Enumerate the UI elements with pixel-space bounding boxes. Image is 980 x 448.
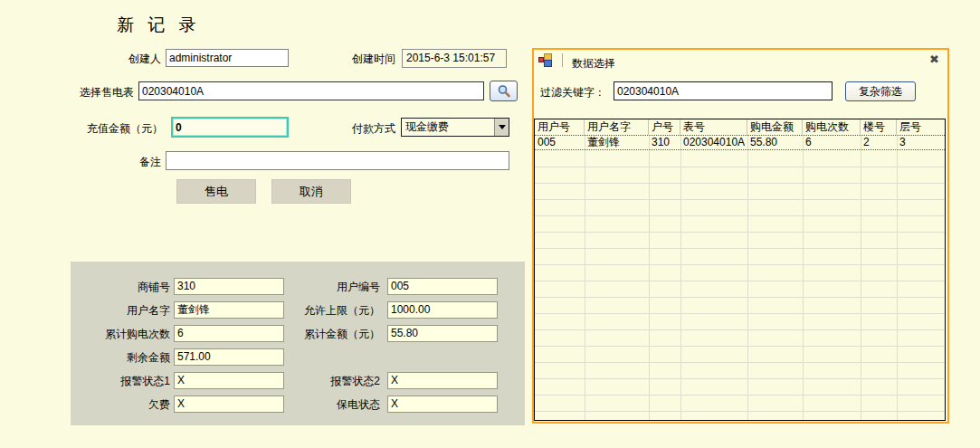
grid-empty-rows	[535, 151, 945, 420]
meter-input[interactable]	[138, 81, 484, 100]
creator-input[interactable]	[166, 49, 289, 67]
payment-select[interactable]: 现金缴费	[401, 118, 509, 137]
cell-purchase-amount: 55.80	[747, 136, 803, 149]
grid-column-line	[861, 135, 861, 420]
power-guarantee-label: 保电状态	[261, 398, 380, 411]
col-header-user-no[interactable]: 用户号	[535, 119, 585, 135]
sell-button[interactable]: 售电	[176, 179, 256, 204]
meter-label: 选择售电表	[54, 86, 134, 99]
chevron-down-icon	[499, 125, 506, 129]
alarm-status2-label: 报警状态2	[261, 375, 380, 387]
purchase-count-label: 累计购电次数	[71, 328, 170, 340]
remaining-amount-value: 571.00	[174, 348, 284, 366]
grid-header-row: 用户号 用户名字 户号 表号 购电金额 购电次数 楼号 层号	[535, 119, 945, 135]
cell-user-name: 董剑锋	[585, 136, 649, 149]
cancel-button[interactable]: 取消	[271, 179, 351, 204]
page-title: 新 记 录	[117, 14, 201, 37]
remaining-amount-label: 剩余金额	[71, 351, 170, 364]
payment-selected-value: 现金缴费	[402, 119, 494, 136]
grid-column-line	[803, 135, 804, 420]
amount-input[interactable]	[171, 117, 289, 138]
total-amount-value: 55.80	[387, 325, 498, 342]
alarm-status2-value: X	[387, 372, 498, 389]
grid-column-line	[680, 135, 681, 420]
col-header-purchase-count[interactable]: 购电次数	[803, 119, 861, 135]
grid-column-line	[585, 135, 585, 420]
grid-column-line	[897, 135, 898, 420]
complex-filter-button[interactable]: 复杂筛选	[845, 81, 916, 101]
cell-building-no: 2	[861, 136, 897, 149]
data-select-dialog: 数据选择 ✖ 过滤关键字： 复杂筛选 用户号 用户名字 户号 表号 购电金额 购…	[532, 48, 949, 424]
created-time-label: 创建时间	[321, 52, 395, 65]
col-header-account-no[interactable]: 户号	[649, 119, 680, 135]
meter-data-grid: 用户号 用户名字 户号 表号 购电金额 购电次数 楼号 层号 005 董剑锋 3…	[534, 119, 946, 421]
total-amount-label: 累计金额（元）	[261, 328, 380, 340]
form-icon	[538, 53, 553, 67]
creator-label: 创建人	[86, 52, 161, 65]
col-header-floor-no[interactable]: 层号	[897, 119, 945, 135]
created-time-value: 2015-6-3 15:01:57	[402, 49, 507, 68]
cell-account-no: 310	[649, 136, 680, 149]
cell-user-no: 005	[535, 136, 585, 149]
cell-floor-no: 3	[897, 136, 945, 149]
account-detail-panel: 商铺号 310 用户编号 005 用户名字 董剑锋 允许上限（元） 1000.0…	[71, 262, 525, 425]
header-divider	[562, 53, 563, 67]
table-row[interactable]: 005 董剑锋 310 020304010A 55.80 6 2 3	[535, 135, 945, 150]
cell-purchase-count: 6	[803, 136, 861, 149]
remark-label: 备注	[86, 156, 161, 168]
allow-limit-value: 1000.00	[387, 301, 498, 319]
user-id-value: 005	[387, 278, 498, 295]
user-id-label: 用户编号	[261, 281, 380, 293]
allow-limit-label: 允许上限（元）	[261, 304, 380, 317]
user-name-label: 用户名字	[71, 304, 170, 317]
col-header-building-no[interactable]: 楼号	[861, 119, 897, 135]
filter-keyword-label: 过滤关键字：	[540, 86, 605, 99]
payment-label: 付款方式	[321, 122, 395, 135]
close-icon[interactable]: ✖	[929, 53, 939, 66]
search-meter-button[interactable]	[490, 81, 518, 101]
filter-keyword-input[interactable]	[614, 81, 833, 100]
amount-label: 充值金额（元）	[45, 122, 163, 135]
alarm-status1-label: 报警状态1	[71, 375, 170, 387]
cell-meter-no: 020304010A	[680, 136, 747, 149]
arrears-label: 欠费	[71, 398, 170, 411]
new-record-page: { "colors": { "page_bg": "#FBFBDF", "pan…	[0, 0, 980, 448]
power-guarantee-value: X	[387, 396, 498, 413]
payment-dropdown-button[interactable]	[494, 119, 509, 136]
shop-number-label: 商铺号	[71, 281, 170, 293]
magnifier-icon	[497, 84, 511, 99]
grid-column-line	[649, 135, 650, 420]
remark-input[interactable]	[166, 151, 509, 170]
col-header-meter-no[interactable]: 表号	[680, 119, 747, 135]
dialog-title: 数据选择	[572, 56, 615, 71]
grid-column-line	[747, 135, 748, 420]
col-header-purchase-amount[interactable]: 购电金额	[747, 119, 803, 135]
col-header-user-name[interactable]: 用户名字	[585, 119, 649, 135]
